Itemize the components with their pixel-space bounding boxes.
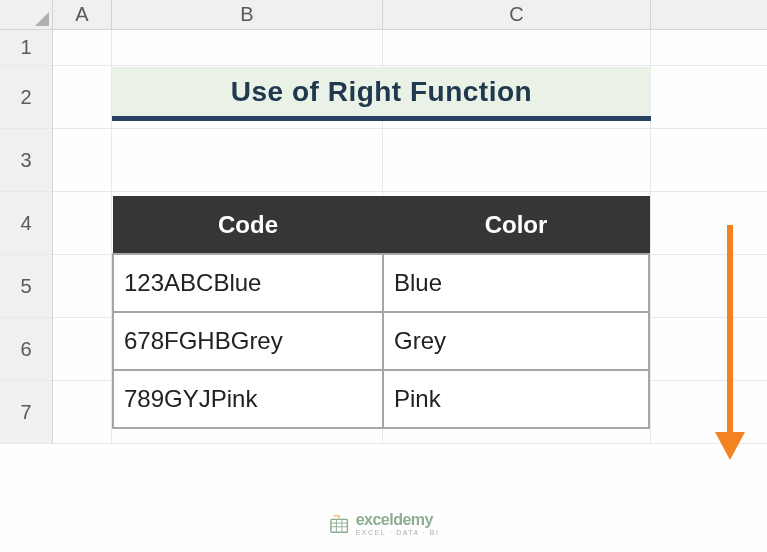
row-header-1[interactable]: 1 xyxy=(0,30,52,66)
row-headers: 1 2 3 4 5 6 7 xyxy=(0,30,53,444)
column-header-c[interactable]: C xyxy=(383,0,651,29)
column-header-a[interactable]: A xyxy=(53,0,112,29)
cell-a4[interactable] xyxy=(53,192,112,254)
cell-b3[interactable] xyxy=(112,129,383,191)
watermark-tagline: EXCEL · DATA · BI xyxy=(356,529,440,536)
row-header-7[interactable]: 7 xyxy=(0,381,52,444)
cell-a6[interactable] xyxy=(53,318,112,380)
row-header-5[interactable]: 5 xyxy=(0,255,52,318)
table-header-row: Code Color xyxy=(113,197,649,255)
cell-b1[interactable] xyxy=(112,30,383,65)
column-headers: A B C xyxy=(53,0,767,30)
cell-code[interactable]: 123ABCBlue xyxy=(113,254,383,312)
cell-color[interactable]: Grey xyxy=(383,312,649,370)
header-color[interactable]: Color xyxy=(383,197,649,255)
row-header-6[interactable]: 6 xyxy=(0,318,52,381)
row-header-4[interactable]: 4 xyxy=(0,192,52,255)
watermark: exceldemy EXCEL · DATA · BI xyxy=(328,512,440,536)
header-code[interactable]: Code xyxy=(113,197,383,255)
cell-code[interactable]: 789GYJPink xyxy=(113,370,383,428)
row-header-2[interactable]: 2 xyxy=(0,66,52,129)
table-row: 123ABCBlue Blue xyxy=(113,254,649,312)
table-row: 678FGHBGrey Grey xyxy=(113,312,649,370)
watermark-brand: exceldemy xyxy=(356,512,440,528)
spreadsheet: A B C 1 2 3 4 5 6 7 xyxy=(0,0,767,552)
cell-a2[interactable] xyxy=(53,66,112,128)
select-all-corner[interactable] xyxy=(0,0,53,30)
cell-a7[interactable] xyxy=(53,381,112,443)
cell-color[interactable]: Pink xyxy=(383,370,649,428)
cell-c3[interactable] xyxy=(383,129,651,191)
cell-color[interactable]: Blue xyxy=(383,254,649,312)
watermark-logo-icon xyxy=(328,513,350,535)
column-header-b[interactable]: B xyxy=(112,0,383,29)
svg-rect-0 xyxy=(330,519,347,532)
data-table: Code Color 123ABCBlue Blue 678FGHBGrey G… xyxy=(112,196,650,429)
cell-a3[interactable] xyxy=(53,129,112,191)
cell-code[interactable]: 678FGHBGrey xyxy=(113,312,383,370)
cell-c1[interactable] xyxy=(383,30,651,65)
title-banner: Use of Right Function xyxy=(112,67,651,121)
cell-a5[interactable] xyxy=(53,255,112,317)
table-row: 789GYJPink Pink xyxy=(113,370,649,428)
row-header-3[interactable]: 3 xyxy=(0,129,52,192)
fill-down-arrow-icon xyxy=(715,225,745,460)
watermark-text: exceldemy EXCEL · DATA · BI xyxy=(356,512,440,536)
cell-a1[interactable] xyxy=(53,30,112,65)
